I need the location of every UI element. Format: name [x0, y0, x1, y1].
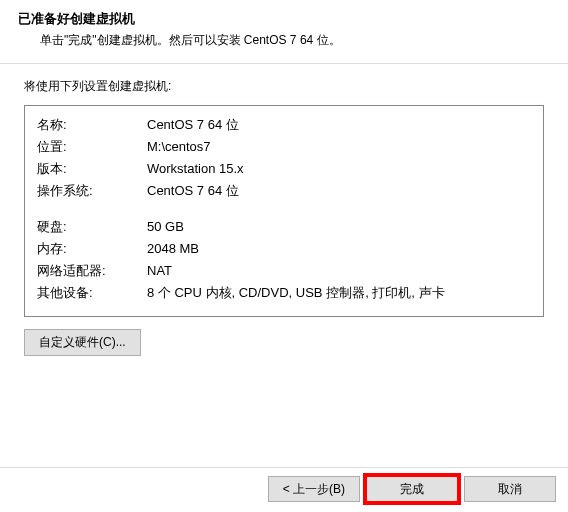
value-disk: 50 GB	[147, 216, 184, 238]
page-title: 已准备好创建虚拟机	[18, 10, 550, 28]
value-network: NAT	[147, 260, 172, 282]
value-memory: 2048 MB	[147, 238, 199, 260]
label-memory: 内存:	[37, 238, 147, 260]
label-version: 版本:	[37, 158, 147, 180]
content-area: 将使用下列设置创建虚拟机: 名称: CentOS 7 64 位 位置: M:\c…	[0, 64, 568, 366]
row-name: 名称: CentOS 7 64 位	[37, 114, 531, 136]
value-os: CentOS 7 64 位	[147, 180, 239, 202]
row-other: 其他设备: 8 个 CPU 内核, CD/DVD, USB 控制器, 打印机, …	[37, 282, 531, 304]
finish-button[interactable]: 完成	[366, 476, 458, 502]
label-name: 名称:	[37, 114, 147, 136]
label-os: 操作系统:	[37, 180, 147, 202]
value-location: M:\centos7	[147, 136, 211, 158]
customize-hardware-button[interactable]: 自定义硬件(C)...	[24, 329, 141, 356]
row-version: 版本: Workstation 15.x	[37, 158, 531, 180]
label-other: 其他设备:	[37, 282, 147, 304]
row-memory: 内存: 2048 MB	[37, 238, 531, 260]
back-button[interactable]: < 上一步(B)	[268, 476, 360, 502]
row-network: 网络适配器: NAT	[37, 260, 531, 282]
row-os: 操作系统: CentOS 7 64 位	[37, 180, 531, 202]
row-disk: 硬盘: 50 GB	[37, 216, 531, 238]
value-other: 8 个 CPU 内核, CD/DVD, USB 控制器, 打印机, 声卡	[147, 282, 445, 304]
label-location: 位置:	[37, 136, 147, 158]
label-disk: 硬盘:	[37, 216, 147, 238]
cancel-button[interactable]: 取消	[464, 476, 556, 502]
summary-box: 名称: CentOS 7 64 位 位置: M:\centos7 版本: Wor…	[24, 105, 544, 317]
value-name: CentOS 7 64 位	[147, 114, 239, 136]
wizard-footer: < 上一步(B) 完成 取消	[0, 467, 568, 512]
value-version: Workstation 15.x	[147, 158, 244, 180]
intro-text: 将使用下列设置创建虚拟机:	[24, 78, 544, 95]
label-network: 网络适配器:	[37, 260, 147, 282]
wizard-header: 已准备好创建虚拟机 单击"完成"创建虚拟机。然后可以安装 CentOS 7 64…	[0, 0, 568, 63]
row-location: 位置: M:\centos7	[37, 136, 531, 158]
page-subtitle: 单击"完成"创建虚拟机。然后可以安装 CentOS 7 64 位。	[18, 32, 550, 49]
